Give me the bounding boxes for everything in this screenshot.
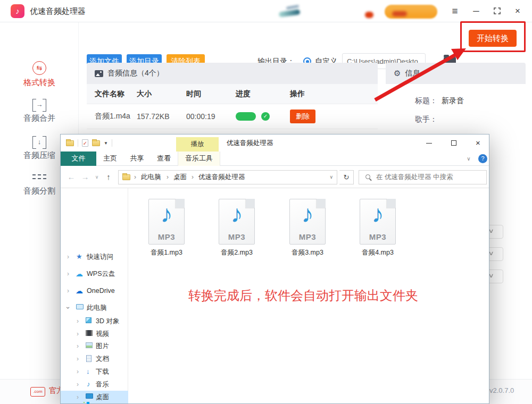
tree-item-quick-access[interactable]: ›★快速访问 bbox=[61, 250, 128, 263]
app-title: 优速音频处理器 bbox=[30, 0, 86, 22]
file-audio3[interactable]: ♪MP3 音频3.mp3 bbox=[278, 199, 337, 257]
tree-item-downloads[interactable]: ›↓下载 bbox=[61, 365, 128, 378]
cube-icon bbox=[86, 317, 92, 323]
blurred-badge-icon bbox=[365, 12, 373, 18]
gear-icon: ⚙ bbox=[394, 69, 401, 78]
computer-icon bbox=[76, 304, 84, 309]
minimize-button[interactable]: ─ bbox=[469, 0, 483, 22]
help-icon[interactable]: ? bbox=[478, 154, 487, 163]
explorer-title: 优速音频处理器 bbox=[227, 134, 273, 152]
blurred-vip-button[interactable] bbox=[385, 5, 437, 19]
done-check-icon: ✓ bbox=[261, 112, 270, 121]
history-dropdown-icon[interactable]: ∨ bbox=[93, 166, 101, 188]
tree-item-videos[interactable]: ›视频 bbox=[61, 327, 128, 340]
col-progress: 进度 bbox=[236, 89, 290, 99]
col-action: 操作 bbox=[290, 89, 378, 99]
explorer-minimize-button[interactable] bbox=[417, 134, 441, 152]
cell-size: 157.72KB bbox=[137, 112, 186, 121]
play-contextual-tab[interactable]: 播放 bbox=[176, 137, 219, 152]
menu-icon[interactable]: ≡ bbox=[448, 0, 462, 22]
cloud-icon: ☁ bbox=[76, 267, 83, 280]
tree-item-onedrive[interactable]: ›☁OneDrive bbox=[61, 284, 128, 297]
search-box[interactable]: 在 优速音频处理器 中搜索 bbox=[359, 170, 487, 184]
back-icon[interactable]: ← bbox=[66, 166, 77, 188]
tree-item-wps-cloud[interactable]: ›☁WPS云盘 bbox=[61, 267, 128, 280]
ribbon-collapse-icon[interactable]: ∨ bbox=[463, 152, 475, 166]
tab-share[interactable]: 共享 bbox=[124, 152, 150, 166]
address-dropdown-icon[interactable]: ∨ bbox=[329, 171, 333, 184]
file-name: 音频3.mp3 bbox=[278, 248, 337, 257]
address-bar-row: ← → ∨ ↑ › 此电脑 › 桌面 › 优速音频处理器 ∨ ↻ 在 优速音频处… bbox=[61, 166, 489, 188]
address-bar[interactable]: › 此电脑 › 桌面 › 优速音频处理器 ∨ bbox=[118, 170, 337, 184]
explorer-close-button[interactable]: × bbox=[466, 134, 490, 152]
sidebar-item-audio-merge[interactable]: → 音频合并 bbox=[0, 99, 79, 123]
file-name: 音频2.mp3 bbox=[207, 248, 266, 257]
file-name: 音频4.mp3 bbox=[348, 248, 407, 257]
table-row: 音频1.m4a 157.72KB 00:00:19 ✓ 删除 bbox=[87, 104, 378, 129]
download-icon: ↓ bbox=[86, 365, 90, 378]
mp3-file-icon: ♪MP3 bbox=[360, 199, 396, 245]
new-folder-icon[interactable] bbox=[92, 140, 100, 146]
tab-file[interactable]: 文件 bbox=[61, 152, 96, 166]
tree-item-pictures[interactable]: ›图片 bbox=[61, 340, 128, 352]
tree-item-desktop[interactable]: ›桌面 bbox=[61, 391, 128, 403]
explorer-maximize-button[interactable] bbox=[442, 134, 466, 152]
picture-icon bbox=[86, 342, 93, 348]
compress-icon: ↓ bbox=[32, 136, 46, 148]
properties-icon[interactable]: ✓ bbox=[82, 139, 88, 147]
file-name: 音频1.mp3 bbox=[137, 248, 196, 257]
maximize-icon bbox=[494, 7, 501, 14]
tab-home[interactable]: 主页 bbox=[96, 152, 124, 166]
tab-music-tools[interactable]: 音乐工具 bbox=[178, 152, 220, 166]
delete-button[interactable]: 删除 bbox=[290, 110, 315, 123]
app-titlebar: ♪ 优速音频处理器 ≡ ─ × bbox=[0, 0, 532, 22]
breadcrumb-this-pc[interactable]: 此电脑 bbox=[141, 171, 161, 184]
maximize-button[interactable] bbox=[490, 0, 504, 22]
progress-bar bbox=[236, 112, 256, 121]
col-size: 大小 bbox=[137, 89, 186, 99]
music-note-icon: ♪ bbox=[360, 199, 395, 228]
tree-item-this-pc[interactable]: ›此电脑 bbox=[61, 301, 128, 314]
search-placeholder: 在 优速音频处理器 中搜索 bbox=[376, 171, 453, 184]
tab-view[interactable]: 查看 bbox=[150, 152, 178, 166]
version-label: v2.0.7.0 bbox=[489, 386, 514, 394]
folder-icon[interactable] bbox=[66, 140, 74, 146]
refresh-icon[interactable]: ↻ bbox=[339, 170, 354, 184]
tree-item-music[interactable]: ›♪音乐 bbox=[61, 378, 128, 391]
sidebar-item-format-convert[interactable]: ⇆ 格式转换 bbox=[0, 61, 79, 88]
up-icon[interactable]: ↑ bbox=[103, 166, 114, 188]
title-field-value: 新录音 bbox=[442, 96, 464, 106]
cell-filename: 音频1.m4a bbox=[87, 112, 137, 121]
screen: ♪ 优速音频处理器 ≡ ─ × ⇆ 格式转换 → 音频合并 ↓ 音频压缩 音频分… bbox=[0, 0, 532, 404]
cell-time: 00:00:19 bbox=[186, 112, 236, 121]
annotation-text: 转换完成后，软件会自动打开输出文件夹 bbox=[181, 287, 426, 304]
explorer-sidebar: ›★快速访问 ›☁WPS云盘 ›☁OneDrive ›此电脑 ›3D 对象 ›视… bbox=[61, 188, 128, 403]
music-note-icon: ♪ bbox=[149, 199, 184, 228]
info-panel-title: 信息 bbox=[405, 69, 420, 78]
audio-files-panel: 音频信息（4个） 文件名称 大小 时间 进度 操作 音频1.m4a 157.72… bbox=[87, 63, 378, 129]
tree-item-3d-objects[interactable]: ›3D 对象 bbox=[61, 315, 128, 327]
qat-dropdown-icon[interactable]: ▼ bbox=[104, 141, 108, 146]
file-audio1[interactable]: ♪MP3 音频1.mp3 bbox=[137, 199, 196, 257]
convert-icon: ⇆ bbox=[32, 61, 46, 75]
mp3-file-icon: ♪MP3 bbox=[219, 199, 255, 245]
split-icon bbox=[32, 172, 46, 181]
mp3-file-icon: ♪MP3 bbox=[289, 199, 326, 245]
file-audio4[interactable]: ♪MP3 音频4.mp3 bbox=[348, 199, 407, 257]
blurred-logo-icon bbox=[286, 5, 300, 10]
explorer-titlebar: ✓ ▼ 播放 优速音频处理器 × bbox=[61, 134, 489, 152]
blurred-vip-icon bbox=[392, 11, 407, 16]
forward-icon[interactable]: → bbox=[80, 166, 90, 188]
search-icon bbox=[365, 174, 370, 179]
table-header-row: 文件名称 大小 时间 进度 操作 bbox=[87, 84, 378, 104]
col-filename: 文件名称 bbox=[87, 89, 137, 99]
file-audio2[interactable]: ♪MP3 音频2.mp3 bbox=[207, 199, 266, 257]
tree-item-documents[interactable]: ›文档 bbox=[61, 352, 128, 365]
breadcrumb-desktop[interactable]: 桌面 bbox=[173, 171, 187, 184]
merge-icon: → bbox=[32, 99, 46, 111]
title-field-label: 标题： bbox=[415, 96, 437, 106]
start-convert-button[interactable]: 开始转换 bbox=[469, 30, 517, 47]
close-button[interactable]: × bbox=[511, 0, 525, 22]
breadcrumb-app-folder[interactable]: 优速音频处理器 bbox=[198, 171, 245, 184]
mp3-file-icon: ♪MP3 bbox=[148, 199, 185, 245]
